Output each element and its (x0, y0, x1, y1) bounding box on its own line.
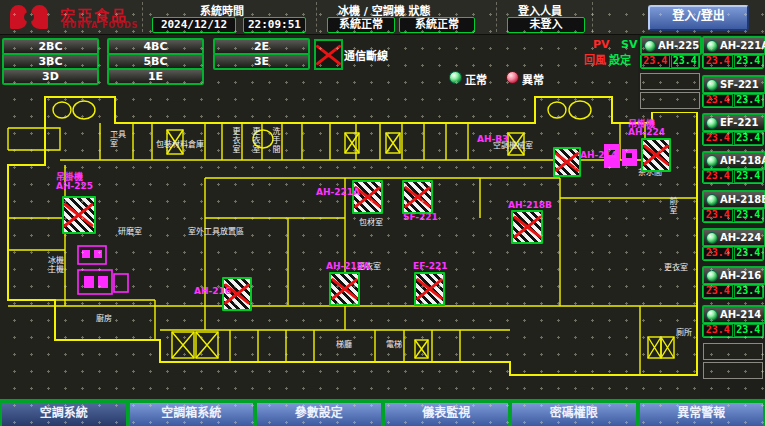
normal-label: 正常 (465, 71, 487, 87)
status-led-icon (706, 232, 718, 244)
status-led-icon (706, 79, 718, 91)
chiller-ahu-status-label: 冰機 / 空調機 狀態 (338, 2, 431, 18)
nav-button-ahu-system[interactable]: 空調箱系統 (128, 401, 256, 426)
ahu-unit-icon-sf221[interactable] (402, 180, 433, 214)
pv-value: 23.4 (703, 170, 733, 183)
unit-label: SF-221 (403, 212, 438, 222)
ahu-unit-icon-ef221[interactable] (414, 272, 445, 306)
ahu-values: 23.423.4 (702, 131, 764, 146)
ahu-button-ah218a[interactable]: AH-218A (702, 151, 765, 170)
header-divider (496, 2, 497, 32)
ahu-name: AH-225 (658, 40, 699, 51)
status-led-icon (706, 117, 718, 129)
ahu-name: AH-214 (720, 309, 761, 320)
sv-value: 23.4 (734, 132, 764, 145)
unit-label: AH-218A (326, 261, 370, 271)
abnormal-led-icon (506, 71, 519, 84)
logo-text-en: HUNYA FOODS (62, 21, 138, 30)
room-label: 更衣室 (231, 127, 240, 154)
hmi-screen: 宏亞食品 HUNYA FOODS 系統時間 2024/12/12 22:09:5… (0, 0, 765, 426)
comm-loss-label: 通信斷線 (344, 47, 388, 63)
ahu-button-sf221[interactable]: SF-221 (702, 75, 765, 94)
status-led-icon (706, 270, 718, 282)
nav-button-password-permissions[interactable]: 密碼權限 (510, 401, 638, 426)
ahu-values: 23.423.4 (702, 54, 764, 69)
company-logo-icon (10, 3, 54, 31)
ahu-name: AH-218B (720, 194, 765, 205)
header-divider (142, 2, 143, 32)
unit-label: EF-221 (413, 261, 448, 271)
login-user-label: 登入人員 (518, 2, 562, 18)
ahu-values-ah225: 23.4 23.4 (640, 54, 700, 69)
setpoint-label: 設定 (609, 51, 631, 67)
footer-nav: 空調系統 空調箱系統 參數設定 儀表監視 密碼權限 異常警報 (0, 399, 765, 426)
system-time-label: 系統時間 (200, 2, 244, 18)
ahu-button-ah216[interactable]: AH-216 (702, 266, 765, 285)
ahu-unit-icon-ah218b[interactable] (511, 210, 543, 244)
room-label: 研磨室 (118, 227, 142, 236)
nav-button-abnormal-alarm[interactable]: 異常警報 (638, 401, 765, 426)
system-time-value: 22:09:51 (243, 17, 306, 33)
return-air-label: 回風 (584, 51, 606, 67)
sv-value: 23.4 (734, 55, 764, 68)
ahu-button-ah224[interactable]: AH-224 (702, 228, 765, 247)
sv-value: 23.4 (734, 209, 764, 222)
pv-value: 23.4 (703, 132, 733, 145)
ahu-values: 23.423.4 (702, 169, 764, 184)
room-label: 包裝材料倉庫 (156, 140, 204, 149)
status-led-icon (706, 155, 718, 167)
floor-button-3e[interactable]: 3E (213, 53, 310, 70)
chiller-status-value: 系統正常 (327, 17, 395, 33)
status-led-icon (706, 40, 718, 52)
ahu-unit-icon-ah224[interactable] (641, 138, 671, 172)
status-led-icon (644, 40, 656, 52)
unit-label: AH-218B (508, 200, 552, 210)
ahu-button-ef221[interactable]: EF-221 (702, 113, 765, 132)
system-date-value: 2024/12/12 (152, 17, 236, 33)
room-label: 包材室 (359, 218, 383, 227)
ahu-button-ah221a[interactable]: AH-221A (702, 36, 765, 55)
ahu-unit-icon-ah225[interactable] (62, 196, 96, 234)
login-logout-button[interactable]: 登入/登出 (648, 5, 749, 31)
ahu-name: AH-216 (720, 270, 761, 281)
ahu-button-ah214[interactable]: AH-214 (702, 305, 765, 324)
floor-button-1e[interactable]: 1E (107, 68, 204, 85)
unit-label: AH-225 (56, 181, 93, 191)
ahu-button-ah218b[interactable]: AH-218B (702, 190, 765, 209)
empty-panel (703, 362, 763, 379)
unit-label: AH-214 (580, 150, 617, 160)
ahu-button-ah225[interactable]: AH-225 (640, 36, 702, 55)
floor-button-3d[interactable]: 3D (2, 68, 99, 85)
ahu-unit-icon-ah214[interactable] (553, 147, 581, 177)
pv-value: 23.4 (703, 285, 733, 298)
pv-value: 23.4 (703, 247, 733, 260)
unit-label: AH-B3 (477, 134, 508, 144)
nav-button-ac-system[interactable]: 空調系統 (0, 401, 128, 426)
ahu-name: AH-221A (720, 40, 765, 51)
nav-button-meter-monitoring[interactable]: 儀表監視 (383, 401, 511, 426)
ahu-name: AH-218A (720, 155, 765, 166)
sv-value: 23.4 (734, 324, 764, 337)
nav-button-parameter-settings[interactable]: 參數設定 (255, 401, 383, 426)
ahu-values: 23.423.4 (702, 246, 764, 261)
unit-label: AH-216 (194, 286, 231, 296)
ahu-name: SF-221 (720, 79, 759, 90)
status-led-icon (706, 194, 718, 206)
ahu-status-value: 系統正常 (399, 17, 475, 33)
header-divider (592, 2, 593, 32)
sv-value: 23.4 (671, 55, 700, 68)
room-label: 室外工具放置區 (188, 227, 244, 236)
normal-led-icon (449, 71, 462, 84)
room-label: 更衣室 (251, 127, 260, 154)
sv-value: 23.4 (734, 247, 764, 260)
status-led-icon (706, 309, 718, 321)
room-label: 更衣室 (664, 263, 688, 272)
ahu-values: 23.423.4 (702, 208, 764, 223)
unit-label: AH-221A (316, 187, 360, 197)
comm-loss-icon (314, 39, 343, 70)
room-label: 梯廳 (336, 340, 352, 349)
ahu-unit-icon-ah221a[interactable] (352, 180, 383, 214)
ahu-unit-icon-ah218a[interactable] (329, 272, 360, 306)
sv-header-label: SV (621, 38, 637, 51)
ahu-name: EF-221 (720, 117, 758, 128)
